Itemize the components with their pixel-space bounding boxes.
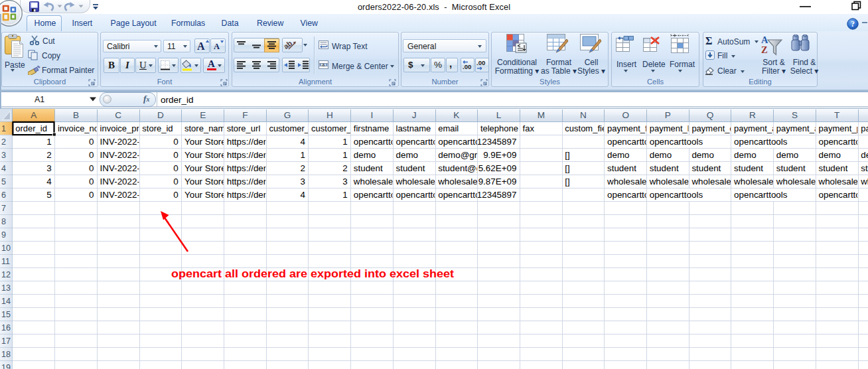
svg-text:[]: [] (565, 177, 569, 186)
svg-text:K: K (453, 110, 459, 120)
svg-text:opencarttools: opencarttools (734, 137, 788, 147)
svg-text:14: 14 (1, 297, 11, 306)
svg-text:student: student (396, 163, 425, 173)
svg-text:8: 8 (1, 217, 6, 226)
svg-text:11: 11 (1, 257, 10, 266)
svg-text:student: student (691, 163, 721, 173)
svg-text:2: 2 (342, 163, 347, 173)
svg-text:5: 5 (1, 177, 6, 186)
svg-text:9.9E+09: 9.9E+09 (483, 150, 516, 160)
svg-text:wholesale: wholesale (691, 177, 731, 186)
svg-text:lastname: lastname (396, 123, 431, 133)
svg-text:S: S (792, 110, 798, 120)
svg-text:0: 0 (89, 137, 94, 147)
svg-text:F: F (242, 110, 248, 120)
svg-text:4: 4 (300, 137, 305, 147)
svg-text:Your Store: Your Store (184, 137, 226, 147)
svg-text:12345897: 12345897 (477, 190, 517, 200)
svg-text:D: D (157, 110, 164, 120)
svg-text:17: 17 (1, 336, 11, 346)
svg-text:12: 12 (1, 270, 11, 279)
svg-text:0: 0 (89, 150, 94, 160)
svg-text:C: C (115, 110, 121, 120)
svg-text:demo: demo (776, 150, 799, 160)
svg-text:wholesale: wholesale (396, 177, 436, 186)
svg-text:0: 0 (89, 190, 94, 200)
svg-text:demo: demo (734, 150, 757, 160)
svg-text:Z: Z (761, 44, 768, 55)
svg-text:demo: demo (691, 150, 714, 160)
svg-text:demo: demo (396, 150, 419, 160)
svg-text:demo: demo (607, 150, 630, 160)
svg-text:9.87E+09: 9.87E+09 (478, 177, 517, 186)
svg-text:0: 0 (89, 163, 94, 173)
svg-text:wholesale: wholesale (649, 177, 689, 186)
svg-text:0: 0 (173, 190, 178, 200)
svg-text:1: 1 (1, 124, 6, 133)
svg-text:order_id: order_id (15, 123, 47, 133)
svg-text:13: 13 (1, 283, 11, 293)
svg-text:4: 4 (46, 177, 52, 186)
svg-text:4: 4 (1, 164, 6, 173)
svg-text:Your Store: Your Store (184, 190, 226, 200)
svg-text:3: 3 (300, 177, 305, 186)
svg-text:[]: [] (565, 163, 569, 173)
svg-text:payment_city: payment_city (861, 123, 868, 133)
svg-text:T: T (834, 110, 839, 120)
svg-text:N: N (580, 110, 587, 120)
svg-text:A: A (197, 40, 205, 52)
svg-text:0: 0 (173, 163, 178, 173)
svg-text:wholesale: wholesale (607, 177, 647, 186)
svg-text:12345897: 12345897 (477, 137, 517, 147)
svg-text:opencarttools: opencarttools (650, 137, 703, 147)
svg-text:J: J (412, 110, 417, 120)
svg-text:L: L (496, 110, 502, 120)
svg-text:O: O (622, 110, 629, 120)
svg-text:1: 1 (46, 137, 51, 147)
svg-text:wholesale: wholesale (860, 177, 868, 186)
svg-text:1: 1 (342, 190, 347, 200)
svg-text:.00: .00 (463, 63, 471, 70)
svg-text:Your Store: Your Store (184, 150, 226, 160)
svg-text:4: 4 (300, 190, 305, 200)
svg-text:opencart all ordered are expor: opencart all ordered are exported into e… (171, 267, 454, 280)
svg-text:0: 0 (173, 150, 178, 160)
svg-text:telephone: telephone (480, 123, 518, 133)
svg-text:.00: .00 (476, 59, 485, 66)
svg-text:demo: demo (354, 150, 376, 160)
svg-text:opencarttools: opencarttools (650, 190, 703, 200)
svg-text:3: 3 (46, 163, 51, 173)
svg-text:student: student (776, 163, 806, 173)
svg-text:2: 2 (1, 137, 6, 147)
svg-text:10: 10 (1, 244, 11, 253)
svg-text:I: I (371, 110, 374, 120)
svg-text:E: E (200, 110, 206, 120)
svg-text:student: student (861, 163, 868, 173)
svg-text:demo: demo (819, 150, 841, 160)
svg-text:G: G (284, 110, 291, 120)
svg-text:a: a (323, 62, 325, 67)
svg-text:1: 1 (342, 150, 347, 160)
svg-text:0: 0 (173, 177, 178, 186)
svg-text:M: M (538, 110, 545, 120)
svg-text:3: 3 (342, 177, 347, 186)
svg-text:store_id: store_id (142, 123, 173, 133)
svg-text:Your Store: Your Store (184, 163, 226, 173)
svg-text:18: 18 (1, 350, 11, 359)
svg-text:R: R (749, 110, 756, 120)
svg-text:student: student (354, 163, 383, 173)
svg-text:0: 0 (89, 177, 94, 186)
svg-text:opencarttools: opencarttools (734, 190, 788, 200)
svg-text:5: 5 (46, 190, 51, 200)
svg-text:Your Store: Your Store (184, 177, 226, 186)
svg-text:2: 2 (300, 163, 305, 173)
svg-text:3: 3 (1, 151, 6, 160)
svg-text:A: A (214, 42, 220, 51)
svg-text:?: ? (851, 19, 855, 29)
svg-text:[]: [] (565, 150, 569, 160)
svg-text:student: student (734, 163, 763, 173)
svg-text:store_url: store_url (227, 123, 261, 133)
svg-text:5.62E+09: 5.62E+09 (478, 163, 517, 173)
svg-text:15: 15 (1, 310, 11, 319)
svg-text:1: 1 (300, 150, 305, 160)
